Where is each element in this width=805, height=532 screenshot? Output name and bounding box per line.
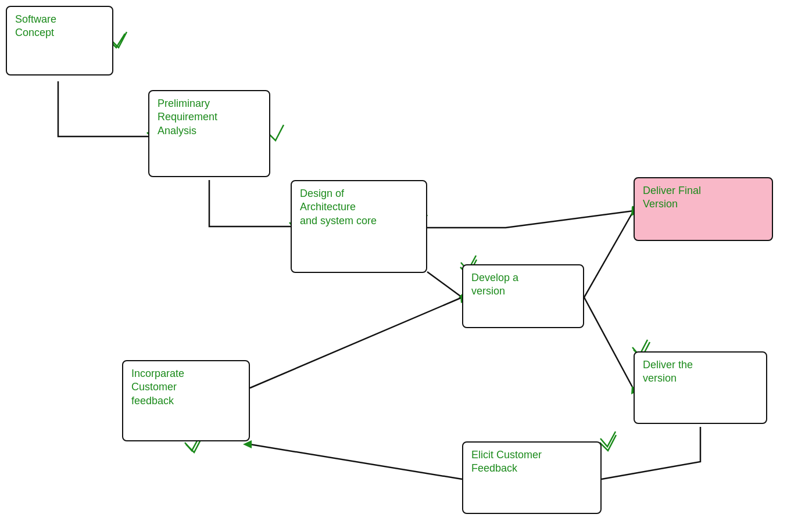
deliver-version-node: Deliver the version [634, 351, 767, 424]
deliver-final-node: Deliver Final Version [634, 177, 773, 241]
design-architecture-label: Design of Architecture and system core [300, 188, 377, 227]
deliver-final-label: Deliver Final Version [643, 185, 701, 210]
design-architecture-node: Design of Architecture and system core [291, 180, 427, 273]
elicit-feedback-node: Elicit Customer Feedback [462, 441, 602, 514]
incorporate-feedback-node: Incorparate Customer feedback [122, 360, 250, 441]
elicit-feedback-label: Elicit Customer Feedback [471, 449, 542, 474]
preliminary-requirement-label: Preliminary Requirement Analysis [158, 98, 217, 136]
incorporate-feedback-label: Incorparate Customer feedback [131, 368, 184, 407]
develop-version-node: Develop a version [462, 264, 584, 328]
preliminary-requirement-node: Preliminary Requirement Analysis [148, 90, 270, 177]
software-concept-node: Software Concept [6, 6, 113, 76]
software-concept-label: Software Concept [15, 13, 56, 38]
deliver-version-label: Deliver the version [643, 359, 693, 384]
diagram-container: Software Concept Preliminary Requirement… [0, 0, 805, 532]
svg-marker-8 [243, 440, 252, 448]
develop-version-label: Develop a version [471, 272, 518, 297]
